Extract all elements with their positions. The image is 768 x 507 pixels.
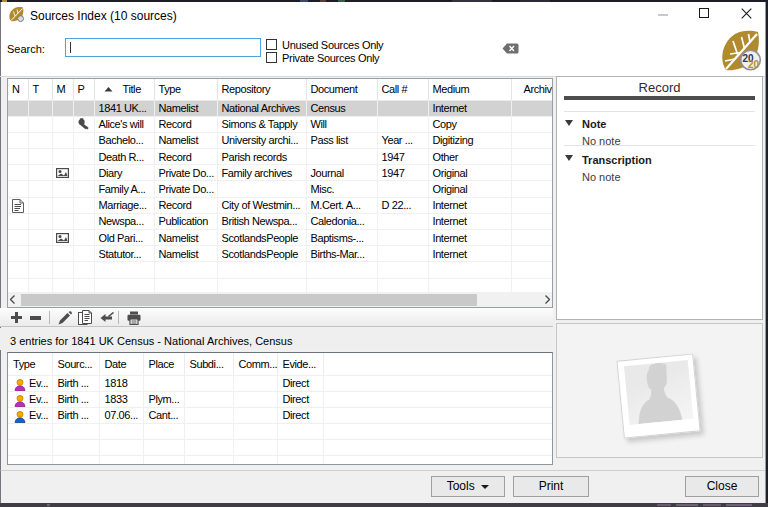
svg-text:20: 20 (748, 59, 760, 70)
